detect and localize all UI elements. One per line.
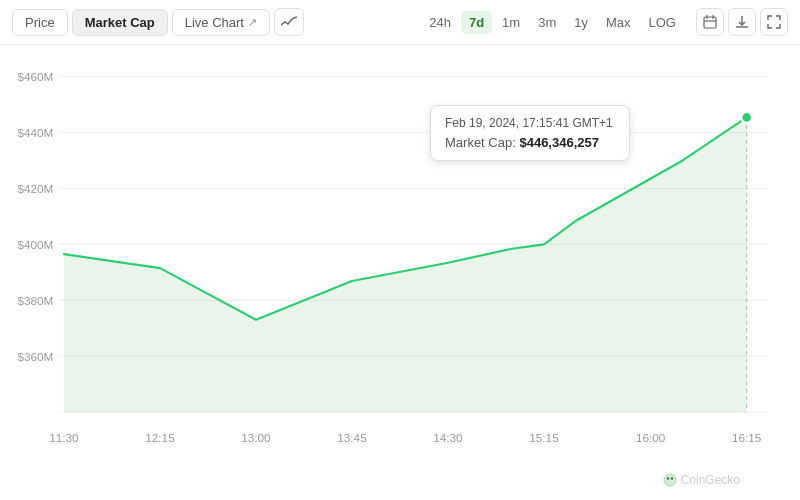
coingecko-icon: [663, 473, 677, 487]
tab-price[interactable]: Price: [12, 9, 68, 36]
right-icon-group: [696, 8, 788, 36]
svg-point-30: [666, 477, 668, 479]
svg-point-29: [664, 474, 676, 486]
tab-market-cap[interactable]: Market Cap: [72, 9, 168, 36]
line-chart-icon: [281, 16, 297, 28]
svg-text:$460M: $460M: [18, 70, 54, 83]
svg-text:14:30: 14:30: [433, 431, 463, 444]
time-range-buttons: 24h 7d 1m 3m 1y Max LOG: [421, 11, 684, 34]
time-btn-3m[interactable]: 3m: [530, 11, 564, 34]
fullscreen-button[interactable]: [760, 8, 788, 36]
svg-text:16:00: 16:00: [636, 431, 666, 444]
header-toolbar: Price Market Cap Live Chart ↗ 24h 7d 1m …: [0, 0, 800, 45]
chart-type-button[interactable]: [274, 8, 304, 36]
svg-text:12:15: 12:15: [145, 431, 175, 444]
time-btn-24h[interactable]: 24h: [421, 11, 459, 34]
svg-text:13:45: 13:45: [337, 431, 367, 444]
coingecko-watermark: CoinGecko: [663, 473, 740, 487]
fullscreen-icon: [767, 15, 781, 29]
time-btn-7d[interactable]: 7d: [461, 11, 492, 34]
svg-text:$380M: $380M: [18, 294, 54, 307]
chart-area: $460M $440M $420M $400M $380M $360M 11:3…: [0, 45, 800, 500]
svg-point-20: [741, 112, 752, 123]
svg-text:$360M: $360M: [18, 350, 54, 363]
svg-text:15:15: 15:15: [529, 431, 559, 444]
svg-text:11:30: 11:30: [49, 431, 79, 444]
tab-live-chart[interactable]: Live Chart ↗: [172, 9, 270, 36]
app-container: Price Market Cap Live Chart ↗ 24h 7d 1m …: [0, 0, 800, 500]
time-btn-log[interactable]: LOG: [641, 11, 684, 34]
external-link-icon: ↗: [248, 16, 257, 29]
svg-point-31: [670, 477, 672, 479]
time-btn-1y[interactable]: 1y: [566, 11, 596, 34]
download-button[interactable]: [728, 8, 756, 36]
calendar-icon: [703, 15, 717, 29]
svg-text:16:15: 16:15: [732, 431, 762, 444]
time-btn-1m[interactable]: 1m: [494, 11, 528, 34]
svg-text:$420M: $420M: [18, 182, 54, 195]
svg-text:13:00: 13:00: [241, 431, 271, 444]
svg-text:$400M: $400M: [18, 238, 54, 251]
svg-rect-0: [704, 17, 716, 28]
svg-text:$440M: $440M: [18, 126, 54, 139]
calendar-button[interactable]: [696, 8, 724, 36]
time-btn-max[interactable]: Max: [598, 11, 639, 34]
download-icon: [735, 15, 749, 29]
market-cap-chart: $460M $440M $420M $400M $380M $360M 11:3…: [0, 55, 800, 500]
